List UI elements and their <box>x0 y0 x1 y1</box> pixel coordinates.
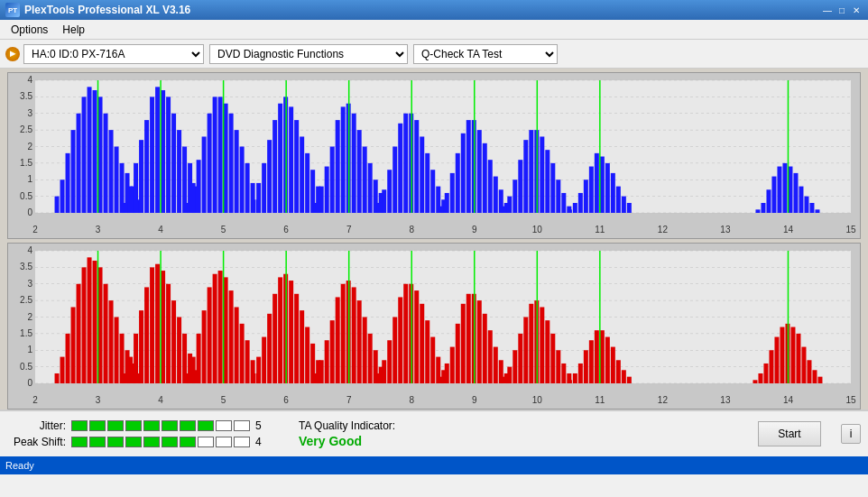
jitter-line: Jitter: 5 <box>7 419 266 432</box>
maximize-button[interactable]: □ <box>836 4 848 16</box>
menu-options[interactable]: Options <box>4 22 55 38</box>
led-cell <box>198 437 214 447</box>
device-selector-container: ▶ HA:0 ID:0 PX-716A <box>5 44 204 64</box>
app-icon: PT <box>5 3 20 17</box>
menu-bar: Options Help <box>0 20 868 40</box>
led-cell <box>180 420 196 431</box>
metrics-row: Jitter: 5 Peak Shift: 4 <box>7 419 266 448</box>
top-chart-canvas <box>8 73 860 238</box>
led-cell <box>71 420 88 431</box>
led-cell <box>162 420 178 431</box>
function-dropdown[interactable]: DVD Diagnostic Functions <box>209 44 408 64</box>
jitter-value: 5 <box>255 419 266 432</box>
led-cell <box>107 420 124 431</box>
minimize-button[interactable]: — <box>821 4 834 16</box>
led-cell <box>107 437 124 447</box>
led-cell <box>216 437 232 447</box>
ta-quality-container: TA Quality Indicator: Very Good <box>299 419 395 448</box>
ta-quality-label: TA Quality Indicator: <box>299 419 395 432</box>
peak-shift-label: Peak Shift: <box>7 436 66 448</box>
led-cell <box>125 437 142 447</box>
close-button[interactable]: ✕ <box>850 4 863 16</box>
ready-bar: Ready <box>0 456 868 474</box>
top-chart-inner <box>8 73 860 238</box>
toolbar: ▶ HA:0 ID:0 PX-716A DVD Diagnostic Funct… <box>0 40 868 69</box>
led-cell <box>198 420 214 431</box>
top-chart-panel <box>7 72 861 239</box>
charts-container <box>0 69 868 410</box>
ta-quality-value: Very Good <box>299 434 362 448</box>
peak-shift-line: Peak Shift: 4 <box>7 436 266 448</box>
led-cell <box>89 437 106 447</box>
app-title: PlexTools Professional XL V3.16 <box>24 4 190 16</box>
bottom-chart-canvas <box>8 244 860 409</box>
bottom-chart-inner <box>8 244 860 409</box>
menu-help[interactable]: Help <box>55 22 92 38</box>
info-button[interactable]: i <box>841 424 861 444</box>
ready-text: Ready <box>5 460 34 471</box>
peak-shift-value: 4 <box>255 436 266 448</box>
jitter-led-bar <box>71 420 250 431</box>
device-icon: ▶ <box>5 47 20 61</box>
led-cell <box>143 420 160 431</box>
test-dropdown[interactable]: Q-Check TA Test <box>413 44 558 64</box>
led-cell <box>125 420 142 431</box>
bottom-chart-panel <box>7 243 861 410</box>
led-cell <box>180 437 196 447</box>
led-cell <box>234 437 250 447</box>
led-cell <box>162 437 178 447</box>
device-dropdown[interactable]: HA:0 ID:0 PX-716A <box>23 44 204 64</box>
title-bar: PT PlexTools Professional XL V3.16 — □ ✕ <box>0 0 868 20</box>
led-cell <box>143 437 160 447</box>
jitter-label: Jitter: <box>7 419 66 432</box>
led-cell <box>216 420 232 431</box>
led-cell <box>89 420 106 431</box>
start-button[interactable]: Start <box>758 421 821 446</box>
led-cell <box>71 437 88 447</box>
title-bar-controls: — □ ✕ <box>821 4 863 16</box>
peak-shift-led-bar <box>71 437 250 447</box>
led-cell <box>234 420 250 431</box>
status-bar: Jitter: 5 Peak Shift: 4 TA Quality Indic… <box>0 410 868 456</box>
title-bar-left: PT PlexTools Professional XL V3.16 <box>5 3 190 17</box>
